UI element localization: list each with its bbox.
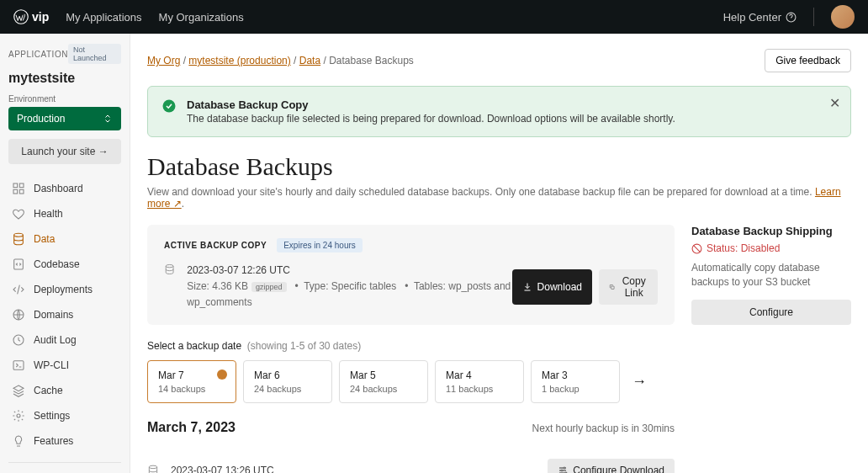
date-card[interactable]: Mar 31 backup [531,360,620,403]
date-card[interactable]: Mar 411 backups [435,360,524,403]
environment-value: Production [17,113,65,125]
svg-rect-2 [13,183,18,188]
environment-select[interactable]: Production [8,107,121,130]
date-card[interactable]: Mar 714 backups [147,360,236,403]
nav-my-applications[interactable]: My Applications [66,11,141,24]
topbar-right: Help Center [723,5,855,29]
date-card-sub: 11 backups [446,384,513,394]
sidebar-item-label: Audit Log [34,334,77,346]
download-button[interactable]: Download [512,269,592,305]
download-label: Download [537,281,582,293]
launch-site-button[interactable]: Launch your site → [8,139,121,164]
sidebar-item-data[interactable]: Data [8,226,121,252]
shipping-title: Database Backup Shipping [691,225,851,237]
sidebar-item-label: Data [34,233,55,245]
breadcrumb-org[interactable]: My Org [147,55,180,66]
date-picker: Mar 714 backupsMar 624 backupsMar 524 ba… [147,360,675,403]
breadcrumb-current: Database Backups [329,55,414,66]
sidebar-item-dashboard[interactable]: Dashboard [8,176,121,201]
svg-rect-15 [611,286,614,289]
wordpress-icon [13,9,29,24]
gzipped-tag: gzipped [251,282,287,292]
date-card[interactable]: Mar 624 backups [243,360,332,403]
date-card-sub: 1 backup [542,384,609,394]
alert-close-button[interactable]: ✕ [829,95,840,111]
svg-point-18 [561,470,563,471]
svg-rect-7 [14,259,24,269]
alert-title: Database Backup Copy [187,98,675,111]
date-card-sub: 24 backups [254,384,321,394]
grid-icon [12,182,25,195]
sidebar-item-codebase[interactable]: Codebase [8,252,121,277]
date-card[interactable]: Mar 524 backups [339,360,428,403]
sidebar-item-settings[interactable]: Settings [8,403,121,428]
date-next-arrow[interactable]: → [627,368,652,396]
sidebar-item-label: WP-CLI [34,359,69,371]
sidebar-item-label: Settings [34,410,70,422]
arrows-icon [12,283,25,296]
alert-text: The database backup file selected is bei… [187,113,675,125]
nav-divider [8,462,121,463]
sidebar-item-health[interactable]: Health [8,201,121,226]
layers-icon [12,384,25,397]
breadcrumb: My Org / mytestsite (production) / Data … [147,55,414,66]
active-copy-size: Size: 4.36 KB [187,280,248,292]
help-center-link[interactable]: Help Center [723,11,797,24]
sidebar-item-label: Dashboard [34,183,83,194]
database-icon [147,465,159,473]
main-top: My Org / mytestsite (production) / Data … [147,49,851,72]
help-icon [786,12,797,23]
active-copy-label: ACTIVE BACKUP COPY [164,241,267,250]
sidebar-item-label: Health [34,208,63,220]
sidebar-item-label: Domains [34,309,73,321]
backup-timestamp: 2023-03-07 13:26 UTC [171,465,274,473]
help-center-label: Help Center [723,11,781,24]
give-feedback-button[interactable]: Give feedback [765,49,851,72]
sidebar: APPLICATION Not Launched mytestsite Envi… [0,34,130,473]
date-card-title: Mar 4 [446,369,513,381]
sidebar-item-domains[interactable]: Domains [8,302,121,327]
backup-shipping-card: Database Backup Shipping Status: Disable… [691,225,851,325]
svg-rect-3 [19,183,24,188]
copy-icon [609,282,615,292]
breadcrumb-section[interactable]: Data [299,55,320,66]
nav-my-organizations[interactable]: My Organizations [159,11,244,24]
svg-point-16 [149,465,156,469]
next-backup-info: Next hourly backup is in 30mins [532,423,675,434]
copy-link-label: Copy Link [620,275,648,299]
success-alert: Database Backup Copy The database backup… [147,86,851,137]
svg-point-6 [14,233,24,236]
date-card-title: Mar 5 [350,369,417,381]
database-icon [12,232,25,246]
sliders-icon [558,465,568,473]
breadcrumb-app[interactable]: mytestsite (production) [188,55,290,66]
page-title: Database Backups [147,152,851,181]
sidebar-item-features[interactable]: Features [8,428,121,454]
configure-download-button[interactable]: Configure Download [548,459,675,473]
shipping-configure-button[interactable]: Configure [691,300,851,325]
sidebar-item-audit-log[interactable]: Audit Log [8,327,121,353]
svg-rect-4 [13,189,18,194]
active-copy-type: Type: Specific tables [304,280,396,292]
user-avatar[interactable] [831,5,855,29]
launch-status-badge: Not Launched [68,44,121,64]
copy-link-button[interactable]: Copy Link [599,269,658,305]
active-backup-copy-panel: ACTIVE BACKUP COPY Expires in 24 hours 2… [147,225,675,325]
sidebar-item-deployments[interactable]: Deployments [8,277,121,302]
brand-logo[interactable]: vip [13,9,49,24]
download-icon [522,282,532,292]
globe-icon [12,308,25,322]
terminal-icon [12,359,25,372]
sidebar-item-label: Codebase [34,258,80,270]
sidebar-item-label: Deployments [34,284,93,295]
sidebar-item-wp-cli[interactable]: WP-CLI [8,353,121,378]
clock-icon [12,333,25,347]
date-card-title: Mar 3 [542,369,609,381]
sidebar-section-label: APPLICATION [8,50,68,59]
page-description: View and download your site's hourly and… [147,186,851,210]
active-copy-expires: Expires in 24 hours [277,238,363,252]
sidebar-item-cache[interactable]: Cache [8,378,121,403]
sidebar-header: APPLICATION Not Launched [8,44,121,64]
database-icon [164,263,175,276]
shipping-status: Status: Disabled [691,242,851,254]
